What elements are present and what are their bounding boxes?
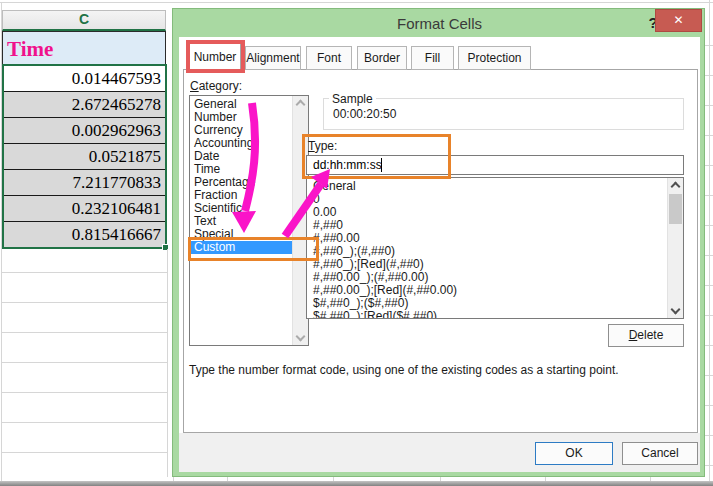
format-code[interactable]: #,##0	[307, 219, 665, 232]
format-codes-scrollbar[interactable]	[667, 178, 683, 318]
close-button[interactable]: ✕	[655, 9, 702, 32]
cell-value[interactable]: 0.002962963	[3, 118, 165, 144]
delete-button[interactable]: Delete	[608, 324, 684, 347]
scroll-down-icon[interactable]	[296, 332, 306, 342]
format-code[interactable]: $#,##0_);[Red]($#,##0)	[307, 310, 665, 319]
cell-value[interactable]: 0.815416667	[3, 222, 165, 248]
tab-border[interactable]: Border	[357, 46, 407, 70]
format-code[interactable]: 0	[307, 193, 665, 206]
type-input[interactable]	[306, 155, 684, 175]
tab-number[interactable]: Number	[189, 43, 241, 71]
scroll-up-icon[interactable]	[671, 182, 681, 192]
header-cell-time[interactable]: Time	[2, 31, 166, 66]
tab-protection[interactable]: Protection	[458, 46, 531, 70]
ok-button[interactable]: OK	[535, 442, 613, 465]
format-code[interactable]: 0.00	[307, 206, 665, 219]
cell-value[interactable]: 2.672465278	[3, 92, 165, 118]
dialog-help-text: Type the number format code, using one o…	[189, 363, 689, 377]
dialog-client: Number Alignment Font Border Fill Protec…	[179, 37, 700, 472]
sample-label: Sample	[329, 92, 376, 106]
dialog-title: Format Cells	[173, 15, 706, 32]
cancel-button[interactable]: Cancel	[622, 442, 698, 465]
tab-font[interactable]: Font	[306, 46, 352, 70]
text-cursor	[381, 158, 382, 172]
cell-value[interactable]: 0.232106481	[3, 196, 165, 222]
close-icon: ✕	[673, 13, 683, 27]
window-bottom-edge	[0, 481, 713, 486]
column-header-c[interactable]: C	[2, 10, 166, 31]
gridline	[1, 3, 2, 481]
tab-fill[interactable]: Fill	[411, 46, 454, 70]
cell-value[interactable]: 0.014467593	[3, 66, 165, 92]
scroll-down-icon[interactable]	[671, 305, 681, 315]
category-label: Category:	[190, 79, 242, 93]
scrollbar-thumb[interactable]	[669, 194, 682, 224]
cell-value[interactable]: 0.0521875	[3, 144, 165, 170]
type-label: Type:	[308, 139, 337, 153]
cell-value[interactable]: 7.211770833	[3, 170, 165, 196]
sample-value: 00:00:20:50	[333, 107, 396, 121]
tab-alignment[interactable]: Alignment	[245, 46, 301, 70]
format-cells-dialog: Format Cells ? ✕ Number Alignment Font B…	[172, 8, 705, 477]
dialog-footer: OK Cancel	[179, 433, 700, 472]
screenshot-root: C Time 0.014467593 2.672465278 0.0029629…	[0, 0, 713, 486]
gridline	[0, 2, 713, 3]
format-code[interactable]: General	[307, 180, 665, 193]
category-item-custom-selected[interactable]: Custom	[190, 241, 292, 254]
format-codes-listbox: General 0 0.00 #,##0 #,##0.00 #,##0_);(#…	[306, 177, 684, 319]
category-listbox: General Number Currency Accounting Date …	[189, 95, 309, 346]
scroll-up-icon[interactable]	[296, 100, 306, 110]
